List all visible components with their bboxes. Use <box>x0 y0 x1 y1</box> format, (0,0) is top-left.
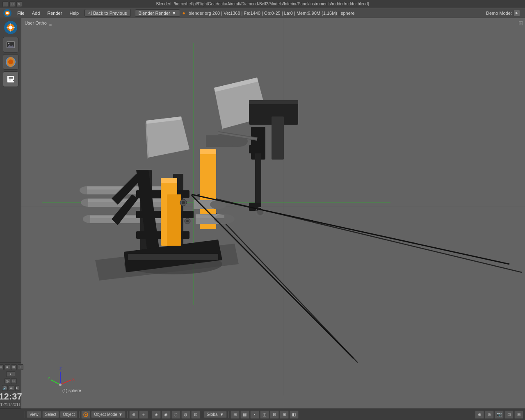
scissors-icon[interactable]: ✂ <box>11 378 17 384</box>
sep6 <box>228 411 229 418</box>
svg-rect-66 <box>255 145 261 211</box>
grid7-icon[interactable]: ◧ <box>290 411 299 419</box>
sidebar-bottom: ⊞ ▣ ▦ ◫ ℹ ◎ ✂ 🔊 ⇄ ▶ 12:37 12/11/2011 <box>0 362 21 409</box>
grid3-icon[interactable]: ▪ <box>250 411 259 419</box>
info-icon[interactable]: ℹ <box>6 371 15 377</box>
ndof-icon[interactable]: ⊕ <box>475 411 484 419</box>
sep1 <box>25 411 25 418</box>
viewport-corner-icon[interactable]: ⊞ <box>518 20 523 26</box>
svg-rect-67 <box>249 145 261 153</box>
object-mode-dropdown[interactable]: Object Mode ▼ <box>91 411 126 418</box>
svg-point-85 <box>182 201 185 204</box>
mini-icons-row2: ℹ <box>6 371 15 377</box>
sidebar-image-icon[interactable] <box>3 37 18 52</box>
tool2-icon[interactable]: ◉ <box>162 411 171 419</box>
svg-point-11 <box>8 43 9 44</box>
date-display: 12/11/2011 <box>0 402 21 407</box>
window-controls[interactable]: _ □ × <box>2 1 22 7</box>
win-close-btn[interactable]: × <box>16 1 22 7</box>
sidebar-firefox-icon[interactable] <box>3 54 18 70</box>
mini-icon-2[interactable]: ▣ <box>5 364 10 370</box>
render-icon[interactable]: ⊡ <box>504 411 514 419</box>
window-title: BlenderI: /home/helljal/FlightGear/data/… <box>156 2 369 6</box>
snap-icon[interactable]: ⌖ <box>139 411 148 419</box>
global-dropdown[interactable]: Global ▼ <box>204 411 227 418</box>
win-maximize-btn[interactable]: □ <box>9 1 15 7</box>
mini-icons-row: ⊞ ▣ ▦ ◫ <box>0 364 23 370</box>
tool5-icon[interactable]: ⊡ <box>191 411 200 419</box>
play-small-icon[interactable]: ▶ <box>15 385 19 391</box>
svg-rect-7 <box>10 23 11 32</box>
menu-render[interactable]: Render <box>44 10 65 16</box>
svg-point-87 <box>186 220 189 222</box>
tool3-icon[interactable]: ◌ <box>171 411 180 419</box>
sep2 <box>79 411 80 418</box>
tool4-icon[interactable]: ◍ <box>181 411 190 419</box>
mode-icon[interactable] <box>81 411 90 419</box>
demo-mode-section: Demo Mode: ▶ <box>486 10 520 16</box>
mini-icon-3[interactable]: ▦ <box>11 364 17 370</box>
sep3 <box>127 411 128 418</box>
left-sidebar <box>0 18 21 409</box>
render-engine-dropdown[interactable]: Blender Render ▼ <box>135 9 180 17</box>
global-label: Global <box>207 412 219 417</box>
menu-bar: File Add Render Help ◁ Back to Previous … <box>0 8 525 18</box>
transform-orient-icon[interactable]: ⊕ <box>129 411 138 419</box>
grid4-icon[interactable]: ◫ <box>260 411 269 419</box>
blender-logo <box>2 8 13 18</box>
select-btn[interactable]: Select <box>42 411 59 418</box>
win-minimize-btn[interactable]: _ <box>2 1 8 7</box>
menu-add[interactable]: Add <box>29 10 43 16</box>
grid5-icon[interactable]: ⊟ <box>270 411 279 419</box>
grid6-icon[interactable]: ⊞ <box>280 411 289 419</box>
render-engine-label: Blender Render <box>139 11 170 16</box>
wifi-icon[interactable]: ⇄ <box>9 385 14 391</box>
svg-rect-74 <box>196 215 224 218</box>
bottom-status-bar: View Select Object Object Mode ▼ ⊕ ⌖ ◈ ◉… <box>0 409 525 420</box>
vol-icon[interactable]: 🔊 <box>2 385 8 391</box>
svg-rect-19 <box>21 18 525 409</box>
main-area: User Ortho ⊞ <box>0 18 525 409</box>
back-btn-label: Back to Previous <box>93 11 127 16</box>
mini-icon-1[interactable]: ⊞ <box>0 364 4 370</box>
back-to-previous-btn[interactable]: ◁ Back to Previous <box>84 9 131 17</box>
sep5 <box>202 411 202 418</box>
mini-icons-row4: 🔊 ⇄ ▶ <box>2 385 19 391</box>
viewport-3d[interactable]: User Ortho ⊞ <box>21 18 525 409</box>
svg-point-96 <box>85 414 87 415</box>
svg-point-13 <box>8 59 13 64</box>
menu-help[interactable]: Help <box>66 10 82 16</box>
svg-point-2 <box>6 12 9 14</box>
time-display: 12:37 <box>0 392 22 401</box>
camera-icon[interactable]: 📷 <box>495 411 504 419</box>
mode-label: Object Mode <box>94 412 117 417</box>
status-text: blender.org 260 | Ve:1368 | Fa:1440 | Ob… <box>189 11 485 16</box>
record-icon[interactable]: ⊙ <box>485 411 494 419</box>
svg-rect-49 <box>161 178 177 183</box>
scene-svg <box>21 18 525 409</box>
menu-file[interactable]: File <box>14 10 28 16</box>
demo-mode-label: Demo Mode: <box>486 11 512 16</box>
mode-arrow-icon: ▼ <box>119 412 123 417</box>
mini-icons-row3: ◎ ✂ <box>5 378 17 384</box>
grid2-icon[interactable]: ▦ <box>240 411 249 419</box>
blender-icon-small: ● <box>183 10 185 16</box>
net-icon[interactable]: ◎ <box>5 378 10 384</box>
svg-rect-62 <box>272 116 284 160</box>
sidebar-edit-icon[interactable] <box>3 71 18 87</box>
dropdown-arrow-icon: ▼ <box>172 11 176 16</box>
demo-play-btn[interactable]: ▶ <box>514 10 520 16</box>
tool1-icon[interactable]: ◈ <box>152 411 161 419</box>
svg-rect-51 <box>200 149 216 154</box>
grid-icon[interactable]: ⊞ <box>231 411 240 419</box>
sep4 <box>150 411 150 418</box>
global-arrow-icon: ▼ <box>220 412 224 417</box>
svg-rect-47 <box>128 254 218 260</box>
svg-rect-52 <box>167 194 181 246</box>
object-btn[interactable]: Object <box>60 411 78 418</box>
sidebar-blender-logo <box>3 20 18 35</box>
final-icon[interactable]: ⊞ <box>514 411 523 419</box>
mini-icon-4[interactable]: ◫ <box>18 364 23 370</box>
view-btn[interactable]: View <box>27 411 41 418</box>
svg-rect-14 <box>7 76 14 82</box>
